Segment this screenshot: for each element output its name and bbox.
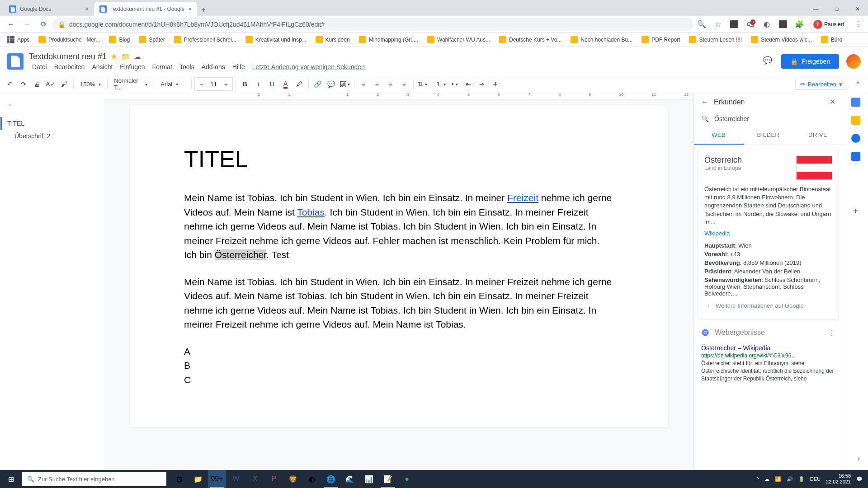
account-avatar[interactable] xyxy=(846,54,861,69)
increase-indent-button[interactable]: ⇥ xyxy=(476,78,488,90)
menu-tools[interactable]: Tools xyxy=(176,62,198,71)
new-tab-button[interactable]: + xyxy=(197,4,210,16)
align-justify-button[interactable]: ≡ xyxy=(398,78,410,90)
close-window-button[interactable]: ✕ xyxy=(847,2,868,16)
extension-icon[interactable]: 🛍7 xyxy=(744,18,757,31)
tray-notifications-icon[interactable]: 💬 xyxy=(856,476,863,482)
minimize-button[interactable]: — xyxy=(806,2,826,16)
bookmark-item[interactable]: Wahlfächer WU Aus... xyxy=(424,34,494,45)
spellcheck-button[interactable]: A✓ xyxy=(44,78,57,90)
align-left-button[interactable]: ≡ xyxy=(357,78,370,90)
outline-item[interactable]: TITEL xyxy=(0,117,97,130)
tray-wifi-icon[interactable]: 📶 xyxy=(775,476,781,482)
font-size-increase[interactable]: + xyxy=(220,78,232,90)
taskbar-app-chrome[interactable]: 🌐 xyxy=(322,470,340,488)
outline-back-button[interactable]: ← xyxy=(7,99,97,110)
extension-icon[interactable]: ⬛ xyxy=(728,18,741,31)
align-right-button[interactable]: ≡ xyxy=(384,78,397,90)
result-link-title[interactable]: Österreicher – Wikipedia xyxy=(701,344,835,352)
bold-button[interactable]: B xyxy=(239,78,251,90)
last-change-link[interactable]: Letzte Änderung vor wenigen Sekunden xyxy=(249,62,368,71)
bookmark-item[interactable]: Mindmapping (Gru... xyxy=(355,34,422,45)
clear-format-button[interactable]: T xyxy=(489,78,502,90)
taskbar-app-spotify[interactable]: ● xyxy=(398,470,416,488)
windows-search[interactable]: 🔍 Zur Suche Text hier eingeben xyxy=(22,472,166,486)
wikipedia-link[interactable]: Wikipedia xyxy=(704,230,730,237)
docs-logo[interactable] xyxy=(7,53,24,70)
italic-button[interactable]: I xyxy=(252,78,265,90)
edit-mode-button[interactable]: ✏ Bearbeiten ▾ xyxy=(795,79,847,90)
taskbar-app[interactable]: 📝 xyxy=(379,470,397,488)
task-view-button[interactable]: ⊡ xyxy=(170,470,188,488)
menu-help[interactable]: Hilfe xyxy=(229,62,248,71)
font-size-decrease[interactable]: − xyxy=(195,78,208,90)
redo-button[interactable]: ↷ xyxy=(17,78,30,90)
tasks-app-icon[interactable] xyxy=(851,134,860,143)
search-result[interactable]: Österreicher – Wikipedia https://de.wiki… xyxy=(698,341,839,386)
outline-item[interactable]: Überschrift 2 xyxy=(7,130,97,142)
menu-format[interactable]: Format xyxy=(149,62,175,71)
bookmark-item[interactable]: Büro xyxy=(817,34,846,45)
underline-button[interactable]: U xyxy=(266,78,278,90)
tray-cloud-icon[interactable]: ☁ xyxy=(764,476,769,482)
menu-insert[interactable]: Einfügen xyxy=(117,62,148,71)
list-item[interactable]: A xyxy=(184,344,613,359)
extensions-button[interactable]: 🧩 xyxy=(793,18,806,31)
document-title[interactable]: Textdokument neu #1 xyxy=(29,52,107,61)
print-button[interactable]: 🖨 xyxy=(31,78,43,90)
tray-volume-icon[interactable]: 🔊 xyxy=(787,476,793,482)
menu-button[interactable]: ⋮ xyxy=(852,18,864,31)
paragraph[interactable]: Mein Name ist Tobias. Ich bin Student in… xyxy=(184,275,613,332)
bookmark-item[interactable]: Später xyxy=(135,34,168,45)
paragraph[interactable]: Mein Name ist Tobias. Ich bin Student in… xyxy=(184,191,613,262)
cloud-status-icon[interactable]: ☁ xyxy=(134,52,141,61)
insert-image-button[interactable]: 🖼 xyxy=(339,78,351,90)
menu-view[interactable]: Ansicht xyxy=(89,62,116,71)
document-area[interactable]: 211234567891011121314151617 TITEL Mein N… xyxy=(104,92,693,470)
bookmark-item[interactable]: Steuern Videos wic... xyxy=(747,34,816,45)
document-page[interactable]: TITEL Mein Name ist Tobias. Ich bin Stud… xyxy=(130,105,668,427)
list-item[interactable]: C xyxy=(184,373,613,387)
tray-clock[interactable]: 16:58 22.02.2021 xyxy=(826,473,851,485)
format-paint-button[interactable]: 🖌 xyxy=(58,78,71,90)
numbered-list-button[interactable]: 1. xyxy=(435,78,448,90)
list-item[interactable]: B xyxy=(184,358,613,373)
browser-tab[interactable]: 📄 Google Docs × xyxy=(4,2,94,16)
line-spacing-button[interactable]: ⇅ xyxy=(416,78,429,90)
bookmark-item[interactable]: Blog xyxy=(105,34,133,45)
url-input[interactable]: 🔒 docs.google.com/document/d/1hUH8k6h7Lb… xyxy=(52,18,693,31)
taskbar-app-powerpoint[interactable]: P xyxy=(265,470,283,488)
menu-file[interactable]: Datei xyxy=(29,62,50,71)
taskbar-app[interactable]: 99+ xyxy=(208,470,226,488)
tray-language[interactable]: DEU xyxy=(810,476,821,482)
bookmark-item[interactable]: Produktsuche - Mer... xyxy=(35,34,104,45)
menu-addons[interactable]: Add-ons xyxy=(198,62,228,71)
start-button[interactable]: ⊞ xyxy=(0,470,22,488)
keep-app-icon[interactable] xyxy=(851,116,860,125)
highlight-button[interactable]: 🖍 xyxy=(293,78,306,90)
contacts-app-icon[interactable] xyxy=(851,152,860,161)
tab-web[interactable]: WEB xyxy=(694,126,744,145)
ruler[interactable]: 211234567891011121314151617 xyxy=(104,92,693,99)
font-select[interactable]: Arial xyxy=(157,81,189,88)
document-link[interactable]: Tobias xyxy=(297,207,325,217)
explore-search[interactable]: 🔍 Österreicher xyxy=(694,112,843,126)
forward-button[interactable]: → xyxy=(20,17,34,32)
taskbar-app-edge[interactable]: 🌊 xyxy=(341,470,359,488)
bookmark-item[interactable]: Deutsche Kurs + Vo... xyxy=(495,34,565,45)
share-button[interactable]: 🔒 Freigeben xyxy=(781,54,839,69)
taskbar-app[interactable]: 📊 xyxy=(360,470,378,488)
insert-comment-button[interactable]: 💬 xyxy=(325,78,338,90)
close-icon[interactable]: ✕ xyxy=(830,98,835,106)
bookmark-item[interactable]: Steuern Lesen !!!! xyxy=(685,34,745,45)
taskbar-app[interactable]: ◐ xyxy=(303,470,321,488)
back-icon[interactable]: ← xyxy=(701,98,708,106)
collapse-toolbar-button[interactable]: ^ xyxy=(852,78,864,90)
profile-button[interactable]: T Pausiert xyxy=(809,19,848,30)
apps-button[interactable]: Apps xyxy=(4,34,33,45)
taskbar-app[interactable]: 🦁 xyxy=(284,470,302,488)
extension-icon[interactable]: ⬛ xyxy=(777,18,789,31)
add-app-button[interactable]: + xyxy=(853,206,859,216)
comments-button[interactable]: 💬 xyxy=(763,56,774,67)
taskbar-app-excel[interactable]: X xyxy=(246,470,264,488)
